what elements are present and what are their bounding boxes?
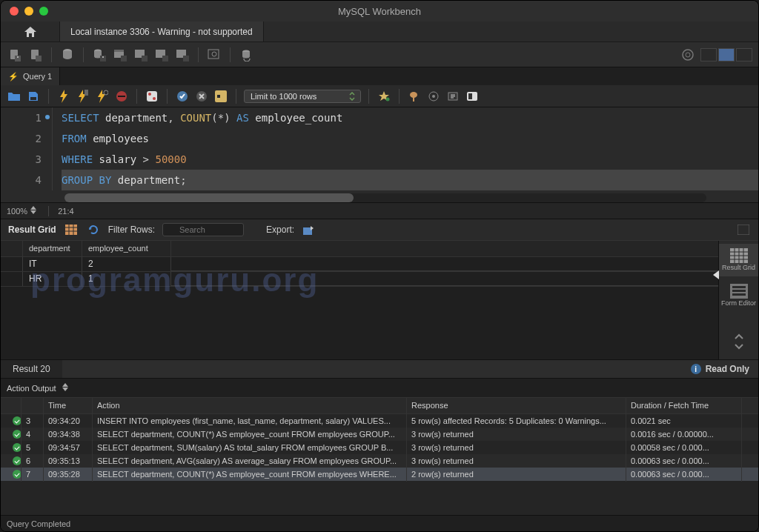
snippets-button[interactable] [465, 89, 480, 104]
col-action[interactable]: Action [93, 398, 407, 413]
explain-button[interactable] [95, 89, 110, 104]
connection-tab-bar: Local instance 3306 - Warning - not supp… [1, 21, 758, 42]
create-schema-button[interactable] [91, 47, 107, 63]
row-index: 5 [21, 440, 44, 455]
search-table-button[interactable] [206, 47, 222, 63]
select-stepper-icon [62, 383, 71, 393]
row-action: SELECT department, COUNT(*) AS employee_… [93, 467, 407, 482]
select-arrows-icon [348, 92, 357, 101]
result-area: department employee_count programguru.or… [1, 241, 758, 359]
success-icon [13, 416, 21, 425]
toggle-autocommit-button[interactable] [145, 89, 159, 104]
minimize-window-button[interactable] [24, 7, 33, 16]
stop-button[interactable] [114, 89, 129, 104]
refresh-button[interactable] [86, 222, 101, 237]
svg-rect-22 [84, 90, 88, 96]
create-function-button[interactable] [174, 47, 190, 63]
result-panel-toggle[interactable] [736, 222, 751, 237]
maximize-window-button[interactable] [39, 7, 48, 16]
panel-bottom-toggle[interactable] [718, 48, 735, 61]
row-response: 5 row(s) affected Records: 5 Duplicates:… [407, 413, 626, 428]
cursor-position: 21:4 [58, 207, 73, 216]
reconnect-button[interactable] [238, 47, 254, 63]
svg-rect-26 [147, 91, 157, 102]
wrap-button[interactable] [445, 89, 460, 104]
filter-rows-input[interactable] [162, 223, 244, 236]
invisible-chars-button[interactable] [426, 89, 441, 104]
commit-button[interactable] [175, 89, 190, 104]
beautify-button[interactable] [377, 89, 391, 104]
open-sql-script-button[interactable] [27, 47, 44, 63]
form-icon [730, 284, 748, 299]
row-duration: 0.00063 sec / 0.000... [626, 467, 742, 482]
nav-updown[interactable] [719, 328, 758, 355]
col-response[interactable]: Response [407, 398, 626, 413]
new-sql-tab-button[interactable] [7, 47, 23, 63]
row-response: 2 row(s) returned [407, 467, 626, 482]
execute-button[interactable] [56, 89, 71, 104]
line-number: 4 [1, 170, 42, 190]
home-button[interactable] [1, 21, 60, 41]
chevron-updown-icon [732, 333, 746, 350]
result-tab[interactable]: Result 20 [1, 360, 62, 378]
query-tab[interactable]: ⚡ Query 1 [1, 67, 60, 85]
svg-rect-40 [468, 93, 472, 99]
row-limit-select[interactable]: Limit to 1000 rows [244, 90, 361, 103]
close-window-button[interactable] [10, 7, 19, 16]
rollback-button[interactable] [194, 89, 209, 104]
sql-editor[interactable]: 1 2 3 4 SELECT department, COUNT(*) AS e… [1, 107, 758, 202]
code-content[interactable]: SELECT department, COUNT(*) AS employee_… [53, 107, 758, 190]
output-type-label: Action Output [7, 384, 56, 393]
output-row[interactable]: 309:34:20INSERT INTO employees (first_na… [1, 414, 758, 428]
row-duration: 0.0021 sec [626, 413, 742, 428]
cell[interactable]: 2 [82, 257, 171, 271]
app-window: MySQL Workbench Local instance 3306 - Wa… [0, 0, 759, 532]
create-procedure-button[interactable] [153, 47, 170, 63]
line-number: 2 [1, 128, 42, 149]
output-row[interactable]: 409:34:38SELECT department, COUNT(*) AS … [1, 428, 758, 441]
svg-rect-8 [114, 50, 124, 52]
toggle-whitespace-button[interactable] [213, 89, 228, 104]
create-table-button[interactable] [112, 47, 128, 63]
save-file-button[interactable] [26, 89, 41, 104]
output-type-select[interactable]: Action Output [7, 383, 71, 393]
query-tab-label: Query 1 [23, 72, 52, 81]
cell[interactable]: IT [23, 257, 82, 271]
connection-tab[interactable]: Local instance 3306 - Warning - not supp… [60, 21, 264, 41]
settings-gear-icon[interactable] [680, 47, 696, 63]
cell[interactable]: 1 [82, 272, 171, 286]
column-header[interactable]: employee_count [82, 241, 171, 256]
row-index: 7 [21, 467, 44, 482]
execute-current-button[interactable] [76, 89, 90, 104]
result-grid-view-icon[interactable] [64, 222, 79, 237]
panel-left-toggle[interactable] [700, 48, 717, 61]
result-grid[interactable]: department employee_count programguru.or… [1, 241, 718, 359]
row-response: 3 row(s) returned [407, 427, 626, 442]
create-view-button[interactable] [133, 47, 149, 63]
output-row[interactable]: 609:35:13SELECT department, AVG(salary) … [1, 454, 758, 468]
form-editor-tab[interactable]: Form Editor [719, 279, 758, 312]
find-button[interactable] [407, 89, 422, 104]
zoom-stepper[interactable] [30, 206, 39, 216]
inspector-button[interactable] [59, 47, 76, 63]
side-tab-label: Result Grid [722, 265, 755, 272]
panel-right-toggle[interactable] [736, 48, 752, 61]
line-number: 1 [36, 112, 42, 124]
svg-rect-35 [413, 97, 414, 102]
col-duration[interactable]: Duration / Fetch Time [626, 398, 742, 413]
export-button[interactable] [302, 222, 316, 237]
column-header[interactable]: department [23, 241, 82, 256]
table-row: HR 1 [1, 272, 718, 287]
output-row[interactable]: 509:34:57SELECT department, SUM(salary) … [1, 441, 758, 454]
col-time[interactable]: Time [44, 398, 93, 413]
row-action: SELECT department, SUM(salary) AS total_… [93, 440, 407, 455]
cell[interactable]: HR [23, 272, 82, 286]
editor-h-scrollbar[interactable] [64, 193, 706, 202]
output-table: Time Action Response Duration / Fetch Ti… [1, 398, 758, 481]
result-grid-tab[interactable]: Result Grid [719, 244, 758, 276]
main-toolbar [1, 42, 758, 67]
output-row[interactable]: 709:35:28SELECT department, COUNT(*) AS … [1, 468, 758, 481]
open-file-button[interactable] [7, 89, 21, 104]
row-duration: 0.00058 sec / 0.000... [626, 440, 742, 455]
editor-toolbar: Limit to 1000 rows [1, 85, 758, 107]
